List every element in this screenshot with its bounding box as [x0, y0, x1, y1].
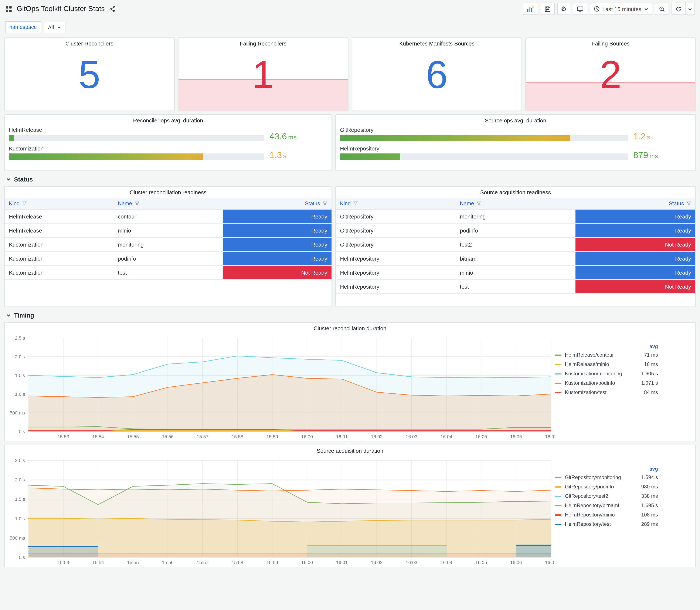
stat-value: 5: [5, 38, 174, 111]
save-dashboard-button[interactable]: [541, 3, 555, 15]
dashboard-settings-button[interactable]: ⚙: [557, 3, 571, 15]
gauge-track: [9, 135, 264, 141]
share-icon[interactable]: [109, 6, 115, 12]
cell-name: test2: [456, 238, 575, 251]
header-toolbar: ⚙ Last 15 minutes: [523, 3, 695, 15]
legend-series-name[interactable]: HelmRelease/minio: [565, 361, 641, 367]
namespace-variable-dropdown[interactable]: All: [44, 21, 65, 33]
status-badge: Ready: [575, 252, 695, 265]
add-panel-button[interactable]: [523, 3, 538, 15]
gauge-fill: [340, 154, 401, 160]
legend-item[interactable]: GitRepository/podinfo980 ms: [555, 482, 658, 492]
legend-series-name[interactable]: GitRepository/podinfo: [565, 484, 638, 490]
panel-title[interactable]: Cluster reconciliation duration: [5, 323, 695, 334]
refresh-icon: [675, 6, 682, 12]
panel-title[interactable]: Source acquisition readiness: [336, 187, 695, 198]
time-series-plot[interactable]: 15:5315:5415:5515:5615:5715:5815:5916:00…: [5, 334, 555, 441]
cell-kind: HelmRepository: [336, 266, 456, 279]
filter-icon[interactable]: [477, 201, 481, 206]
legend-header-avg[interactable]: avg: [555, 466, 658, 471]
legend-series-name[interactable]: Kustomization/podinfo: [565, 380, 638, 386]
table-row: GitRepositorypodinfoReady: [336, 224, 695, 238]
legend-item[interactable]: Kustomization/test84 ms: [555, 388, 658, 397]
svg-text:16:06: 16:06: [510, 434, 522, 439]
column-header-name[interactable]: Name: [456, 200, 575, 206]
legend-item[interactable]: GitRepository/test2338 ms: [555, 492, 658, 501]
legend-series-name[interactable]: Kustomization/monitoring: [565, 371, 638, 376]
legend-series-name[interactable]: Kustomization/test: [565, 389, 641, 395]
filter-icon[interactable]: [353, 201, 358, 206]
apps-grid-icon[interactable]: [5, 5, 12, 13]
legend-series-swatch: [555, 477, 561, 478]
table-row: KustomizationpodinfoReady: [5, 252, 331, 266]
legend-series-swatch: [555, 382, 561, 384]
column-header-status[interactable]: Status: [223, 200, 331, 206]
legend-series-swatch: [555, 354, 561, 356]
legend-item[interactable]: Kustomization/monitoring1.605 s: [555, 369, 658, 378]
legend-series-name[interactable]: GitRepository/monitoring: [565, 475, 638, 480]
panel-title[interactable]: Reconciler ops avg. duration: [5, 115, 331, 126]
legend-header-avg[interactable]: avg: [555, 344, 658, 349]
legend-item[interactable]: HelmRepository/bitnami1.695 s: [555, 501, 658, 510]
legend-item[interactable]: GitRepository/monitoring1.594 s: [555, 473, 658, 482]
status-badge: Not Ready: [575, 280, 695, 293]
section-timing[interactable]: Timing: [6, 312, 695, 319]
filter-icon[interactable]: [686, 201, 691, 206]
column-header-kind[interactable]: Kind: [336, 200, 456, 206]
legend-item[interactable]: HelmRelease/minio16 ms: [555, 359, 658, 369]
chart-canvas[interactable]: 15:5315:5415:5515:5615:5715:5815:5916:00…: [5, 456, 555, 567]
refresh-button[interactable]: [671, 3, 686, 15]
legend-series-name[interactable]: HelmRepository/bitnami: [565, 502, 638, 509]
column-header-name[interactable]: Name: [114, 200, 223, 206]
svg-text:2.5 s: 2.5 s: [15, 458, 25, 463]
cell-name: monitoring: [114, 238, 223, 251]
filter-icon[interactable]: [134, 201, 139, 206]
filter-icon[interactable]: [323, 201, 327, 206]
chart-body: 15:5315:5415:5515:5615:5715:5815:5916:00…: [5, 456, 695, 567]
stats-row: Cluster Reconcilers 5 Failing Reconciler…: [4, 37, 696, 111]
column-label: Name: [460, 200, 474, 206]
stat-value: 6: [352, 38, 522, 111]
legend-series-name[interactable]: HelmRelease/contour: [565, 352, 641, 358]
legend-series-name[interactable]: HelmRepository/minio: [565, 512, 638, 518]
panel-title[interactable]: Source acquisition duration: [5, 445, 695, 456]
table-row: HelmReleaseminioReady: [5, 224, 331, 238]
time-series-plot[interactable]: 15:5315:5415:5515:5615:5715:5815:5916:00…: [5, 456, 555, 567]
column-header-kind[interactable]: Kind: [5, 200, 114, 206]
bar-gauge-row: HelmRelease43.6ms: [9, 127, 327, 141]
legend-series-name[interactable]: HelmRepository/test: [565, 521, 638, 527]
cycle-view-mode-button[interactable]: [573, 3, 587, 15]
table-row: KustomizationtestNot Ready: [5, 266, 331, 280]
header-left: GitOps Toolkit Cluster Stats: [5, 5, 115, 13]
zoom-out-time-button[interactable]: [655, 3, 669, 15]
column-label: Status: [305, 200, 320, 206]
time-range-label: Last 15 minutes: [602, 6, 641, 12]
time-range-picker[interactable]: Last 15 minutes: [590, 3, 652, 15]
column-header-status[interactable]: Status: [575, 200, 695, 206]
chart-canvas[interactable]: 15:5315:5415:5515:5615:5715:5815:5916:00…: [5, 334, 555, 441]
column-label: Kind: [340, 200, 351, 206]
gauge-fill: [9, 135, 14, 141]
zoom-out-icon: [659, 6, 665, 12]
legend-item[interactable]: HelmRepository/minio108 ms: [555, 510, 658, 519]
legend-series-swatch: [555, 373, 561, 374]
panel-title[interactable]: Cluster reconciliation readiness: [5, 187, 331, 198]
table-row: HelmRepositorytestNot Ready: [336, 280, 695, 294]
legend-item[interactable]: Kustomization/podinfo1.071 s: [555, 378, 658, 388]
gauge-value: 879ms: [633, 150, 691, 160]
table-row: HelmReleasecontourReady: [5, 210, 331, 224]
svg-text:16:03: 16:03: [406, 434, 417, 439]
column-label: Status: [669, 200, 684, 206]
cell-kind: GitRepository: [336, 210, 456, 223]
legend-series-swatch: [555, 495, 561, 497]
refresh-button-group: [671, 3, 695, 15]
legend-series-name[interactable]: GitRepository/test2: [565, 493, 638, 499]
refresh-interval-dropdown[interactable]: [686, 3, 695, 15]
filter-icon[interactable]: [22, 201, 27, 206]
panel-failing-sources: Failing Sources 2: [525, 37, 696, 111]
panel-title[interactable]: Source ops avg. duration: [336, 115, 695, 126]
legend-item[interactable]: HelmRepository/test289 ms: [555, 519, 658, 529]
legend-item[interactable]: HelmRelease/contour71 ms: [555, 350, 658, 359]
stat-value: 1: [179, 38, 348, 111]
section-status[interactable]: Status: [6, 176, 695, 183]
